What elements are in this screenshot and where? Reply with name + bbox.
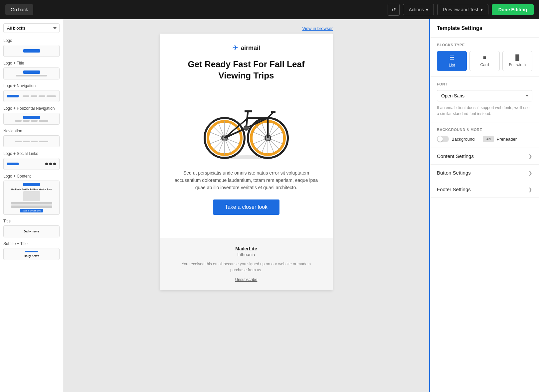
font-select-wrapper: Open Sans Arial Georgia Helvetica Times …	[437, 90, 532, 101]
font-select[interactable]: Open Sans Arial Georgia Helvetica Times …	[437, 90, 532, 101]
template-settings-title: Template Settings	[437, 25, 532, 31]
thumb-subtitle-bar	[25, 251, 38, 252]
email-canvas: View in browser ✈ airmail Get Ready Fast…	[63, 19, 429, 392]
preheader-toggle-label: Preheader	[496, 137, 517, 142]
preheader-icon: Aa	[483, 136, 494, 142]
sidebar-item-logo-hnav[interactable]	[3, 113, 60, 125]
font-note: If an email client doesn't support web f…	[437, 105, 532, 117]
svg-line-30	[268, 113, 273, 117]
thumb-logo-5	[7, 163, 19, 165]
background-more-section: BACKGROUND & MORE Background Aa Preheade…	[430, 122, 539, 148]
actions-button[interactable]: Actions ▾	[403, 4, 434, 15]
block-filter-select[interactable]: All blocks Headers Content Footers	[3, 23, 60, 33]
preheader-toggle[interactable]: Aa Preheader	[483, 136, 517, 142]
email-preview-container: ✈ airmail Get Ready Fast For Fall Leaf V…	[160, 34, 333, 290]
font-section: FONT Open Sans Arial Georgia Helvetica T…	[430, 77, 539, 122]
card-icon: ■	[483, 55, 486, 61]
fullwidth-icon: █	[515, 55, 519, 61]
email-footer: MailerLite Lithuania You received this e…	[160, 238, 333, 290]
content-settings-label: Content Settings	[437, 153, 474, 159]
right-sidebar-header: Template Settings	[430, 19, 539, 38]
email-logo-icon: ✈	[232, 44, 238, 52]
thumb-subtitle-title-text: Daily news	[24, 254, 39, 258]
button-settings-chevron-icon: ❯	[528, 170, 532, 176]
footer-settings-accordion[interactable]: Footer Settings ❯	[430, 181, 539, 198]
email-footer-desc: You received this email because you sign…	[173, 261, 319, 273]
sidebar-label-subtitle-title: Subtite + Title	[3, 241, 60, 246]
footer-settings-chevron-icon: ❯	[528, 187, 532, 192]
content-settings-chevron-icon: ❯	[528, 154, 532, 159]
thumb-img	[23, 191, 40, 201]
thumb-logo-bar-2	[23, 70, 40, 74]
sidebar-item-logo-content[interactable]: Get Ready Fast For Fall Leaf Viewing Tri…	[3, 181, 60, 215]
button-settings-label: Button Settings	[437, 170, 471, 176]
email-logo-text: airmail	[241, 45, 260, 52]
sidebar-label-logo: Logo	[3, 38, 60, 43]
footer-settings-label: Footer Settings	[437, 187, 471, 192]
email-body-text: Sed ut perspiciatis unde omnis iste natu…	[173, 169, 319, 192]
right-sidebar: Template Settings BLOCKS TYPE ☰ List ■ C…	[429, 19, 539, 392]
preview-and-test-button[interactable]: Preview and Test ▾	[437, 4, 488, 15]
actions-chevron-icon: ▾	[426, 7, 428, 12]
thumb-cta: Take a closer look	[20, 209, 43, 212]
sidebar-label-title: Title	[3, 219, 60, 223]
thumb-logo-4	[23, 116, 40, 119]
sidebar-label-logo-social: Logo + Social Links	[3, 151, 60, 156]
email-logo: ✈ airmail	[232, 44, 260, 52]
blocks-type-row: ☰ List ■ Card █ Full width	[437, 51, 532, 71]
email-unsubscribe-link[interactable]: Unsubscribe	[235, 277, 258, 282]
sidebar-label-logo-content: Logo + Content	[3, 174, 60, 179]
sidebar-item-subtitle-title[interactable]: Daily news	[3, 248, 60, 260]
sidebar-label-logo-title: Logo + Title	[3, 61, 60, 65]
sidebar-item-title[interactable]: Daily news	[3, 225, 60, 237]
sidebar-label-logo-hnav: Logo + Horizontal Navigation	[3, 106, 60, 111]
thumb-nav-row-3	[23, 95, 56, 97]
view-in-browser-link[interactable]: View in browser	[302, 26, 333, 31]
background-toggle-circle	[437, 136, 449, 142]
blocks-type-label: BLOCKS TYPE	[437, 43, 532, 47]
thumb-logo-bar	[23, 49, 40, 53]
list-icon: ☰	[449, 55, 454, 61]
left-sidebar: All blocks Headers Content Footers Logo …	[0, 19, 63, 392]
thumb-text-2	[11, 205, 52, 208]
thumb-nav-row-5	[15, 141, 48, 142]
sidebar-item-logo-title[interactable]	[3, 67, 60, 79]
thumb-title-bar	[16, 75, 47, 76]
content-settings-accordion[interactable]: Content Settings ❯	[430, 148, 539, 165]
background-toggle[interactable]: Background	[437, 136, 474, 142]
email-body: ✈ airmail Get Ready Fast For Fall Leaf V…	[160, 34, 333, 238]
sidebar-item-logo-nav[interactable]	[3, 90, 60, 102]
bg-more-label: BACKGROUND & MORE	[437, 128, 532, 132]
sidebar-label-logo-nav: Logo + Navigation	[3, 83, 60, 88]
button-settings-accordion[interactable]: Button Settings ❯	[430, 165, 539, 181]
email-footer-company: MailerLite	[173, 246, 319, 251]
email-footer-location: Lithuania	[173, 252, 319, 257]
history-button[interactable]: ↺	[388, 4, 400, 16]
email-cta-button[interactable]: Take a closer look	[213, 199, 279, 215]
background-toggle-label: Background	[451, 137, 474, 142]
bg-more-row: Background Aa Preheader	[437, 136, 532, 142]
done-editing-button[interactable]: Done Editing	[492, 4, 534, 15]
svg-point-34	[220, 155, 273, 159]
top-navigation: Go back ↺ Actions ▾ Preview and Test ▾ D…	[0, 0, 539, 19]
sidebar-item-nav[interactable]	[3, 135, 60, 147]
go-back-button[interactable]: Go back	[5, 4, 33, 15]
thumb-logo-3	[7, 95, 19, 97]
sidebar-item-logo-social[interactable]	[3, 158, 60, 170]
email-bike-image	[173, 88, 319, 161]
thumb-text-1	[11, 202, 52, 204]
blocks-type-section: BLOCKS TYPE ☰ List ■ Card █ Full width	[430, 38, 539, 77]
thumb-nav-row-4	[15, 120, 48, 122]
thumb-logo-6	[23, 183, 40, 186]
block-type-card-button[interactable]: ■ Card	[469, 51, 499, 71]
preview-chevron-icon: ▾	[480, 7, 483, 12]
font-label: FONT	[437, 82, 532, 86]
block-type-fullwidth-button[interactable]: █ Full width	[502, 51, 532, 71]
main-layout: All blocks Headers Content Footers Logo …	[0, 19, 539, 392]
email-headline: Get Ready Fast For Fall Leaf Viewing Tri…	[173, 59, 319, 81]
thumb-social-row	[45, 163, 56, 165]
sidebar-item-logo[interactable]	[3, 45, 60, 57]
sidebar-label-nav: Navigation	[3, 129, 60, 133]
block-type-list-button[interactable]: ☰ List	[437, 51, 467, 71]
thumb-title-text: Daily news	[24, 230, 39, 233]
